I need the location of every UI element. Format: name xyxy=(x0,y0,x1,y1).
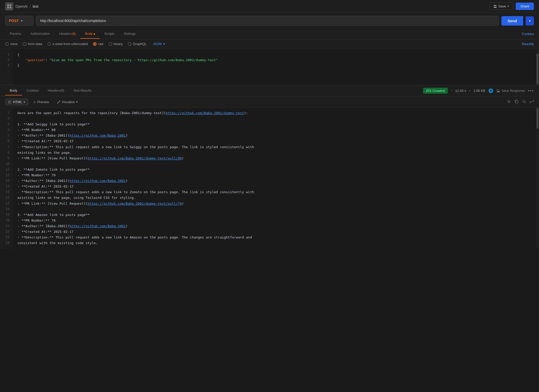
request-body-editor[interactable]: 1 2 3 { "question": "Give me the open PR… xyxy=(0,49,539,85)
response-meta: 201 Created • 12.93 s • 1.66 KB 🌐 Save R… xyxy=(423,88,534,94)
svg-rect-1 xyxy=(9,4,11,6)
method-label: POST xyxy=(9,19,19,23)
visualize-dropdown-icon: ▾ xyxy=(76,100,78,104)
save-label: Save xyxy=(499,4,506,8)
header-right: Save ▾ Share xyxy=(490,3,534,10)
radio-none-circle xyxy=(5,42,9,46)
radio-none[interactable]: none xyxy=(5,42,18,46)
response-time: 12.93 s xyxy=(455,89,466,93)
response-text: Here are the open pull requests for the … xyxy=(12,108,536,248)
radio-raw[interactable]: raw xyxy=(93,42,103,46)
cookies-link[interactable]: Cookies xyxy=(522,32,534,36)
save-icon xyxy=(493,5,497,8)
svg-rect-3 xyxy=(9,7,11,8)
save-response-icon xyxy=(496,89,500,93)
beautify-button[interactable]: Beautify xyxy=(522,42,534,46)
tab-scripts[interactable]: Scripts xyxy=(100,29,119,39)
svg-rect-9 xyxy=(8,103,11,103)
search-icon[interactable] xyxy=(522,100,526,105)
tab-params[interactable]: Params xyxy=(5,29,26,39)
link-icon[interactable] xyxy=(530,100,534,105)
editor-scrollbar[interactable] xyxy=(536,49,539,85)
format-dropdown-icon: ▾ xyxy=(24,100,25,104)
meta-sep-2: • xyxy=(469,89,471,93)
save-button[interactable]: Save ▾ xyxy=(490,3,513,10)
header: OpenAI / test Save ▾ Share xyxy=(0,0,539,13)
radio-graphql[interactable]: GraphQL xyxy=(128,42,147,46)
meta-sep-1: • xyxy=(451,89,452,93)
response-tab-cookies[interactable]: Cookies xyxy=(22,86,43,95)
preview-button[interactable]: ▷ Preview xyxy=(32,99,51,105)
wrap-icon[interactable] xyxy=(507,100,511,105)
svg-point-16 xyxy=(523,100,525,102)
radio-raw-circle xyxy=(93,42,97,46)
json-dropdown-icon: ▾ xyxy=(163,42,165,46)
share-button[interactable]: Share xyxy=(516,3,534,10)
send-arrow-icon: ▾ xyxy=(529,19,531,23)
tab-body[interactable]: Body xyxy=(80,29,100,39)
copy-icon[interactable] xyxy=(514,100,519,105)
tab-headers[interactable]: Headers(8) xyxy=(55,29,80,39)
more-options-button[interactable]: ••• xyxy=(528,89,534,93)
radio-urlencoded[interactable]: x-www-form-urlencoded xyxy=(47,42,88,46)
response-body-content: 1 2 3 4 5 6 7 8 9 10 11 12 13 14 15 16 1… xyxy=(0,108,539,392)
svg-rect-5 xyxy=(494,5,496,6)
svg-rect-2 xyxy=(7,7,9,8)
status-badge: 201 Created xyxy=(423,88,448,94)
tab-settings[interactable]: Settings xyxy=(119,29,140,39)
response-line-numbers: 1 2 3 4 5 6 7 8 9 10 11 12 13 14 15 16 1… xyxy=(0,108,12,248)
request-tabs-bar: Params Authorization Headers(8) Body Scr… xyxy=(0,29,539,39)
svg-rect-15 xyxy=(516,101,518,103)
response-scrollbar-thumb xyxy=(536,108,538,129)
svg-rect-7 xyxy=(8,101,11,101)
format-icon xyxy=(8,100,12,104)
body-options-bar: none form-data x-www-form-urlencoded raw… xyxy=(0,39,539,49)
send-dropdown-button[interactable]: ▾ xyxy=(526,16,534,25)
svg-line-14 xyxy=(59,101,60,102)
line-numbers-request: 1 2 3 xyxy=(0,49,12,85)
svg-rect-8 xyxy=(8,102,11,102)
globe-icon[interactable]: 🌐 xyxy=(488,88,493,93)
header-left: OpenAI / test xyxy=(5,2,38,10)
method-selector[interactable]: POST ▾ xyxy=(5,16,33,26)
workspace-name[interactable]: OpenAI xyxy=(15,4,27,8)
visualize-button[interactable]: Visualize ▾ xyxy=(55,99,80,105)
format-selector[interactable]: HTML ▾ xyxy=(5,99,28,105)
url-bar: POST ▾ Send ▾ xyxy=(0,13,539,29)
visualize-icon xyxy=(57,100,60,104)
method-dropdown-icon: ▾ xyxy=(21,19,23,23)
url-input[interactable] xyxy=(36,16,499,26)
collection-name[interactable]: test xyxy=(33,4,38,8)
response-tab-headers[interactable]: Headers(9) xyxy=(43,86,69,95)
response-tab-body[interactable]: Body xyxy=(5,86,22,95)
svg-line-17 xyxy=(525,102,526,103)
radio-form-data-circle xyxy=(23,42,26,46)
body-dot xyxy=(94,33,95,35)
radio-binary-circle xyxy=(109,42,112,46)
app-logo xyxy=(5,2,13,10)
play-icon: ▷ xyxy=(34,100,36,104)
radio-binary[interactable]: binary xyxy=(109,42,123,46)
response-size: 1.66 KB xyxy=(473,89,485,93)
json-type-selector[interactable]: JSON ▾ xyxy=(153,42,165,46)
radio-form-data[interactable]: form-data xyxy=(23,42,42,46)
svg-line-13 xyxy=(58,102,59,103)
svg-rect-4 xyxy=(494,7,496,8)
response-scrollbar[interactable] xyxy=(536,108,539,248)
radio-urlencoded-circle xyxy=(47,42,51,46)
request-body-content[interactable]: { "question": "Give me the open PRs from… xyxy=(12,49,536,85)
radio-graphql-circle xyxy=(128,42,131,46)
response-toolbar: HTML ▾ ▷ Preview Visualize ▾ xyxy=(0,96,539,108)
tab-authorization[interactable]: Authorization xyxy=(26,29,55,39)
svg-rect-6 xyxy=(497,91,499,92)
save-response-button[interactable]: Save Response xyxy=(496,89,525,93)
editor-scrollbar-thumb xyxy=(536,54,538,84)
breadcrumb-separator: / xyxy=(29,4,30,8)
save-dropdown-icon[interactable]: ▾ xyxy=(507,4,509,8)
svg-rect-0 xyxy=(7,4,9,6)
send-button[interactable]: Send xyxy=(501,16,523,26)
response-tabs-bar: Body Cookies Headers(9) Test Results 201… xyxy=(0,85,539,96)
toolbar-right xyxy=(507,100,534,105)
response-tab-test-results[interactable]: Test Results xyxy=(69,86,96,95)
